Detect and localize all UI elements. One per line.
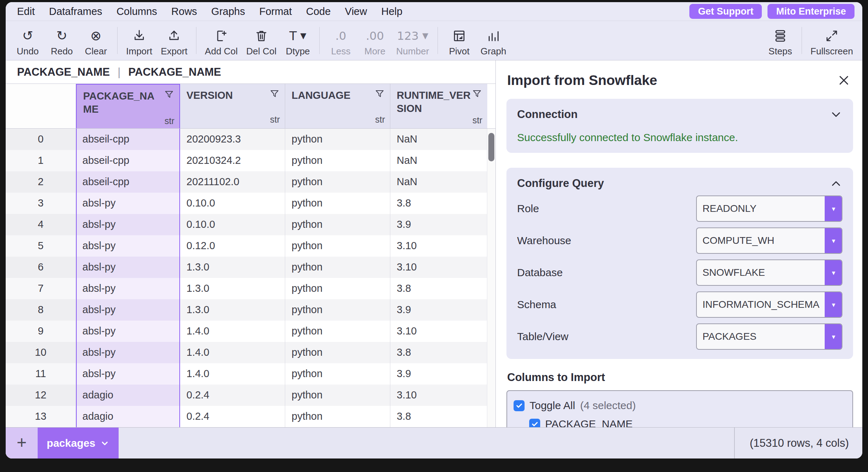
add-col-button[interactable]: Add Col <box>201 24 242 57</box>
table-view-dropdown[interactable]: PACKAGES ▾ <box>696 323 842 350</box>
menu-help[interactable]: Help <box>381 6 402 17</box>
grid-cell[interactable]: 1.4.0 <box>180 342 285 363</box>
grid-cell[interactable]: absl-py <box>76 235 180 257</box>
row-index[interactable]: 8 <box>6 299 76 321</box>
grid-cell[interactable]: absl-py <box>76 214 180 235</box>
grid-cell[interactable]: 0.10.0 <box>180 193 285 214</box>
grid-cell[interactable]: python <box>285 321 390 342</box>
column-header-language[interactable]: LANGUAGE str <box>285 84 390 128</box>
clear-button[interactable]: ⊗ Clear <box>79 24 113 57</box>
grid-cell[interactable]: python <box>285 385 390 406</box>
grid-cell[interactable]: python <box>285 257 390 278</box>
grid-cell[interactable]: adagio <box>76 385 180 406</box>
grid-cell[interactable]: absl-py <box>76 193 180 214</box>
filter-icon[interactable] <box>269 89 280 100</box>
grid-cell[interactable]: python <box>285 278 390 299</box>
grid-cell[interactable]: 1.4.0 <box>180 321 285 342</box>
configure-query-header[interactable]: Configure Query <box>517 177 842 190</box>
grid-cell[interactable]: 3.10 <box>390 385 487 406</box>
grid-cell[interactable]: python <box>285 214 390 235</box>
row-index[interactable]: 10 <box>6 342 76 363</box>
grid-cell[interactable]: 3.8 <box>390 193 487 214</box>
row-index[interactable]: 2 <box>6 171 76 193</box>
grid-cell[interactable]: absl-py <box>76 299 180 321</box>
grid-cell[interactable]: NaN <box>390 150 487 171</box>
get-support-button[interactable]: Get Support <box>689 4 762 19</box>
grid-cell[interactable]: 0.2.4 <box>180 406 285 427</box>
package-name-checkbox[interactable] <box>529 419 540 428</box>
column-checkbox-row[interactable]: PACKAGE_NAME <box>529 418 846 427</box>
export-button[interactable]: Export <box>157 24 192 57</box>
grid-cell[interactable]: python <box>285 363 390 385</box>
row-index[interactable]: 6 <box>6 257 76 278</box>
grid-cell[interactable]: absl-py <box>76 278 180 299</box>
menu-graphs[interactable]: Graphs <box>211 6 245 17</box>
row-index[interactable]: 12 <box>6 385 76 406</box>
grid-cell[interactable]: python <box>285 129 390 150</box>
grid-cell[interactable]: python <box>285 235 390 257</box>
row-index[interactable]: 5 <box>6 235 76 257</box>
pivot-button[interactable]: Pivot <box>442 24 476 57</box>
menu-dataframes[interactable]: Dataframes <box>49 6 102 17</box>
grid-cell[interactable]: NaN <box>390 129 487 150</box>
import-button[interactable]: Import <box>122 24 157 57</box>
grid-cell[interactable]: adagio <box>76 406 180 427</box>
grid-cell[interactable]: python <box>285 150 390 171</box>
mito-enterprise-button[interactable]: Mito Enterprise <box>767 4 855 19</box>
grid-cell[interactable]: NaN <box>390 171 487 193</box>
filter-icon[interactable] <box>164 90 174 100</box>
add-sheet-button[interactable]: + <box>6 428 38 458</box>
grid-cell[interactable]: python <box>285 193 390 214</box>
grid-cell[interactable]: abseil-cpp <box>76 171 180 193</box>
grid-cell[interactable]: abseil-cpp <box>76 129 180 150</box>
menu-view[interactable]: View <box>345 6 367 17</box>
grid-cell[interactable]: absl-py <box>76 342 180 363</box>
steps-button[interactable]: Steps <box>763 24 797 57</box>
grid-cell[interactable]: 0.2.4 <box>180 385 285 406</box>
chevron-up-icon[interactable] <box>830 177 842 190</box>
row-index[interactable]: 11 <box>6 363 76 385</box>
row-index[interactable]: 3 <box>6 193 76 214</box>
grid-cell[interactable]: 3.10 <box>390 235 487 257</box>
grid-cell[interactable]: python <box>285 406 390 427</box>
schema-dropdown[interactable]: INFORMATION_SCHEMA ▾ <box>696 291 842 318</box>
grid-cell[interactable]: 20211102.0 <box>180 171 285 193</box>
menu-code[interactable]: Code <box>306 6 331 17</box>
graph-button[interactable]: Graph <box>476 24 510 57</box>
row-index[interactable]: 4 <box>6 214 76 235</box>
grid-cell[interactable]: 0.12.0 <box>180 235 285 257</box>
toggle-all-checkbox[interactable] <box>514 400 525 411</box>
warehouse-dropdown[interactable]: COMPUTE_WH ▾ <box>696 227 842 254</box>
formula-bar[interactable]: PACKAGE_NAME | PACKAGE_NAME <box>6 60 495 84</box>
grid-cell[interactable]: 1.3.0 <box>180 299 285 321</box>
grid-cell[interactable]: python <box>285 299 390 321</box>
role-dropdown[interactable]: READONLY ▾ <box>696 195 842 222</box>
grid-cell[interactable]: 3.8 <box>390 278 487 299</box>
column-header-runtime-version[interactable]: RUNTIME_VERSION str <box>390 84 487 128</box>
connection-section-header[interactable]: Connection <box>517 108 842 121</box>
del-col-button[interactable]: Del Col <box>242 24 281 57</box>
grid-cell[interactable]: 0.10.0 <box>180 214 285 235</box>
grid-cell[interactable]: abseil-cpp <box>76 150 180 171</box>
filter-icon[interactable] <box>472 89 482 100</box>
column-header-version[interactable]: VERSION str <box>180 84 285 128</box>
chevron-down-icon[interactable] <box>830 108 842 121</box>
menu-edit[interactable]: Edit <box>17 6 35 17</box>
grid-cell[interactable]: absl-py <box>76 257 180 278</box>
undo-button[interactable]: ↺ Undo <box>11 24 45 57</box>
filter-icon[interactable] <box>374 89 385 100</box>
grid-cell[interactable]: 3.9 <box>390 363 487 385</box>
menu-columns[interactable]: Columns <box>116 6 157 17</box>
close-panel-button[interactable] <box>836 73 852 88</box>
grid-cell[interactable]: python <box>285 171 390 193</box>
menu-format[interactable]: Format <box>259 6 292 17</box>
column-header-package-name[interactable]: PACKAGE_NAME str <box>76 84 180 128</box>
grid-cell[interactable]: 3.9 <box>390 299 487 321</box>
grid-cell[interactable]: 1.3.0 <box>180 278 285 299</box>
number-format-button[interactable]: 123▼ Number <box>392 24 433 57</box>
grid-cell[interactable]: absl-py <box>76 363 180 385</box>
grid-cell[interactable]: 3.8 <box>390 342 487 363</box>
row-index[interactable]: 9 <box>6 321 76 342</box>
fullscreen-button[interactable]: Fullscreen <box>806 24 857 57</box>
dtype-button[interactable]: T▼ Dtype <box>281 24 315 57</box>
